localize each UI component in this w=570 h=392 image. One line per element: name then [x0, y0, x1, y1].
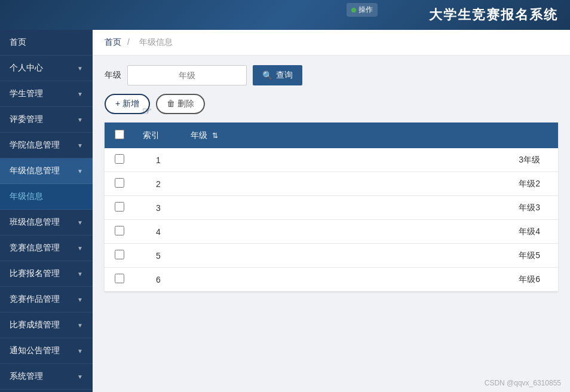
- notification-text: 操作: [358, 5, 373, 15]
- sidebar-item-judge[interactable]: 评委管理 ▼: [0, 107, 93, 133]
- th-checkbox: [105, 122, 134, 148]
- add-button[interactable]: + 新增 ☞: [105, 94, 150, 114]
- row-checkbox-cell: [105, 268, 134, 292]
- chevron-icon: ▼: [77, 322, 83, 329]
- table-row: 6 年级6: [105, 268, 558, 292]
- sidebar-item-notice[interactable]: 通知公告管理 ▼: [0, 338, 93, 364]
- chevron-icon: ▼: [77, 373, 83, 380]
- chevron-icon: ▼: [77, 142, 83, 149]
- row-grade: 年级3: [182, 196, 558, 220]
- delete-button[interactable]: 🗑 删除: [156, 94, 205, 114]
- row-checkbox[interactable]: [115, 202, 124, 212]
- select-all-checkbox[interactable]: [115, 130, 124, 139]
- search-input[interactable]: [127, 65, 247, 85]
- chevron-icon: ▼: [77, 296, 83, 303]
- sidebar-item-results[interactable]: 比赛成绩管理 ▼: [0, 313, 93, 338]
- row-grade: 年级4: [182, 220, 558, 244]
- sort-icon: ⇅: [212, 131, 218, 140]
- row-grade: 年级6: [182, 268, 558, 292]
- search-button[interactable]: 🔍 查询: [253, 65, 302, 85]
- add-button-label: + 新增: [115, 99, 139, 109]
- sidebar-item-works[interactable]: 竞赛作品管理 ▼: [0, 287, 93, 313]
- row-checkbox[interactable]: [115, 274, 124, 283]
- breadcrumb-home[interactable]: 首页: [105, 37, 121, 47]
- grade-table: 索引 年级 ⇅ 1 3年级 2 年级2: [105, 122, 558, 292]
- row-checkbox[interactable]: [115, 154, 124, 164]
- sidebar-item-student[interactable]: 学生管理 ▼: [0, 81, 93, 107]
- row-checkbox[interactable]: [115, 250, 124, 259]
- chevron-icon: ▼: [77, 65, 83, 72]
- header: 操作 大学生竞赛报名系统: [0, 0, 570, 30]
- search-button-label: 查询: [276, 70, 293, 81]
- cursor-icon: ☞: [142, 105, 152, 118]
- th-index: 索引: [134, 122, 182, 148]
- table-row: 1 3年级: [105, 148, 558, 172]
- sidebar-item-home[interactable]: 首页: [0, 30, 93, 56]
- table-header-row: 索引 年级 ⇅: [105, 122, 558, 148]
- breadcrumb: 首页 / 年级信息: [93, 30, 570, 56]
- row-checkbox-cell: [105, 172, 134, 196]
- row-index: 1: [134, 148, 182, 172]
- table-row: 4 年级4: [105, 220, 558, 244]
- sidebar-item-personal[interactable]: 个人中心 ▼: [0, 56, 93, 81]
- th-index-label: 索引: [143, 130, 160, 140]
- sidebar-item-register[interactable]: 比赛报名管理 ▼: [0, 261, 93, 287]
- row-index: 5: [134, 244, 182, 268]
- chevron-icon: ▼: [77, 348, 83, 354]
- table-row: 5 年级5: [105, 244, 558, 268]
- row-grade: 年级2: [182, 172, 558, 196]
- watermark: CSDN @qqvx_6310855: [485, 379, 561, 387]
- page-content: 年级 🔍 查询 + 新增 ☞ 🗑 删除: [93, 56, 570, 392]
- th-grade[interactable]: 年级 ⇅: [182, 122, 558, 148]
- main-layout: 首页 个人中心 ▼ 学生管理 ▼ 评委管理 ▼ 学院信息管理 ▼ 年级信息管理 …: [0, 30, 570, 392]
- chevron-icon: ▼: [77, 219, 83, 226]
- chevron-icon: ▼: [77, 271, 83, 277]
- content-area: 首页 / 年级信息 年级 🔍 查询 + 新增 ☞: [93, 30, 570, 392]
- row-checkbox[interactable]: [115, 226, 124, 235]
- row-index: 6: [134, 268, 182, 292]
- action-bar: + 新增 ☞ 🗑 删除: [105, 94, 558, 114]
- search-bar: 年级 🔍 查询: [105, 65, 558, 85]
- sidebar-item-college[interactable]: 学院信息管理 ▼: [0, 133, 93, 158]
- row-checkbox-cell: [105, 148, 134, 172]
- sidebar-item-grade-info[interactable]: 年级信息管理 ▼: [0, 158, 93, 184]
- row-checkbox-cell: [105, 244, 134, 268]
- sidebar: 首页 个人中心 ▼ 学生管理 ▼ 评委管理 ▼ 学院信息管理 ▼ 年级信息管理 …: [0, 30, 93, 392]
- search-icon: 🔍: [262, 71, 272, 80]
- notification-banner: 操作: [347, 3, 378, 17]
- sidebar-item-grade[interactable]: 年级信息: [0, 184, 93, 210]
- row-grade: 年级5: [182, 244, 558, 268]
- row-grade: 3年级: [182, 148, 558, 172]
- sidebar-item-class[interactable]: 班级信息管理 ▼: [0, 210, 93, 235]
- breadcrumb-separator: /: [127, 37, 130, 47]
- row-index: 2: [134, 172, 182, 196]
- sidebar-item-system[interactable]: 系统管理 ▼: [0, 364, 93, 390]
- th-grade-label: 年级: [191, 130, 207, 140]
- row-checkbox-cell: [105, 220, 134, 244]
- delete-button-label: 🗑 删除: [167, 99, 194, 109]
- row-index: 3: [134, 196, 182, 220]
- row-index: 4: [134, 220, 182, 244]
- table-row: 3 年级3: [105, 196, 558, 220]
- table-body: 1 3年级 2 年级2 3 年级3 4 年级4 5 年级5: [105, 148, 558, 292]
- row-checkbox-cell: [105, 196, 134, 220]
- search-label: 年级: [105, 70, 121, 81]
- notification-dot: [351, 8, 356, 13]
- row-checkbox[interactable]: [115, 178, 124, 188]
- chevron-icon: ▼: [77, 168, 83, 174]
- table-row: 2 年级2: [105, 172, 558, 196]
- breadcrumb-current: 年级信息: [139, 37, 173, 47]
- chevron-icon: ▼: [77, 245, 83, 252]
- chevron-icon: ▼: [77, 117, 83, 123]
- sidebar-item-competition[interactable]: 竞赛信息管理 ▼: [0, 235, 93, 261]
- app-title: 大学生竞赛报名系统: [429, 6, 558, 24]
- chevron-icon: ▼: [77, 91, 83, 97]
